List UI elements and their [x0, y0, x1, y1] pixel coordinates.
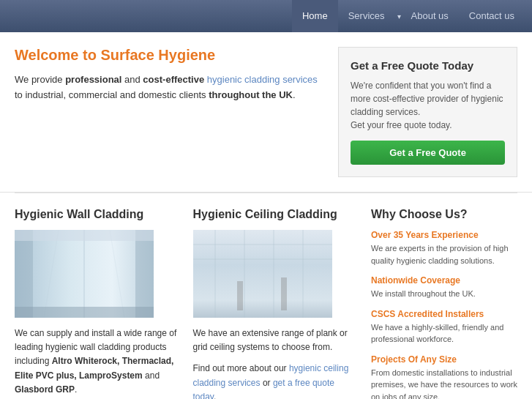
- wall-cladding-title: Hygienic Wall Cladding: [15, 208, 179, 221]
- hero-title: Welcome to Surface Hygiene: [15, 47, 323, 64]
- hero-bold-throughout: throughout the UK: [209, 89, 293, 100]
- hero-link-services[interactable]: hygienic cladding services: [207, 74, 318, 85]
- wall-cladding-section: Hygienic Wall Cladding: [15, 208, 179, 399]
- why-item-cscs: CSCS Accredited Installers We have a hig…: [371, 309, 517, 346]
- wall-brands: Altro Whiterock, Thermaclad, Elite PVC p…: [15, 356, 173, 380]
- why-text-1: We install throughout the UK.: [371, 288, 517, 300]
- svg-rect-5: [135, 230, 154, 318]
- hero-bold-professional: professional: [65, 74, 121, 85]
- ceiling-body1: We have an extensive range of plank or g…: [193, 327, 357, 354]
- svg-rect-8: [193, 230, 332, 318]
- wall-cladding-body1: We can supply and install a wide range o…: [15, 327, 179, 397]
- ceiling-cladding-image: [193, 230, 332, 318]
- navigation: Home Services ▾ About us Contact us: [0, 0, 532, 32]
- hero-left: Welcome to Surface Hygiene We provide pr…: [15, 47, 323, 177]
- ceiling-links: Find out more about our hygienic ceiling…: [193, 362, 357, 399]
- nav-contact[interactable]: Contact us: [459, 0, 525, 32]
- hero-description: We provide professional and cost-effecti…: [15, 72, 323, 103]
- svg-rect-6: [15, 230, 154, 241]
- why-heading-2: CSCS Accredited Installers: [371, 309, 517, 319]
- why-item-experience: Over 35 Years Experience We are experts …: [371, 230, 517, 266]
- quote-box-title: Get a Free Quote Today: [351, 59, 505, 72]
- why-text-0: We are experts in the provision of high …: [371, 242, 517, 266]
- hero-bold-costeffective: cost-effective: [143, 74, 204, 85]
- quote-box-body: We're confident that you won't find a mo…: [351, 79, 505, 132]
- why-item-projects: Projects Of Any Size From domestic insta…: [371, 354, 517, 400]
- svg-rect-16: [281, 277, 287, 310]
- ceiling-cladding-title: Hygienic Ceiling Cladding: [193, 208, 357, 221]
- wall-brand-last: Glasbord GRP: [15, 384, 75, 395]
- nav-services[interactable]: Services: [338, 0, 395, 32]
- why-heading-3: Projects Of Any Size: [371, 354, 517, 365]
- why-heading-1: Nationwide Coverage: [371, 275, 517, 286]
- nav-home[interactable]: Home: [292, 0, 338, 32]
- hero-section: Welcome to Surface Hygiene We provide pr…: [0, 32, 532, 193]
- svg-rect-7: [15, 307, 154, 318]
- quote-button[interactable]: Get a Free Quote: [351, 141, 505, 165]
- why-choose-title: Why Choose Us?: [371, 208, 517, 221]
- why-choose-section: Why Choose Us? Over 35 Years Experience …: [371, 208, 517, 399]
- ceiling-cladding-section: Hygienic Ceiling Cladding: [193, 208, 357, 399]
- why-text-2: We have a highly-skilled, friendly and p…: [371, 321, 517, 346]
- svg-rect-4: [15, 230, 33, 318]
- wall-cladding-image: [15, 230, 154, 318]
- nav-about[interactable]: About us: [401, 0, 459, 32]
- quote-box: Get a Free Quote Today We're confident t…: [338, 47, 517, 177]
- svg-rect-15: [237, 281, 243, 310]
- why-item-nationwide: Nationwide Coverage We install throughou…: [371, 275, 517, 300]
- why-heading-0: Over 35 Years Experience: [371, 230, 517, 240]
- why-text-3: From domestic installations to industria…: [371, 367, 517, 400]
- main-content: Hygienic Wall Cladding: [0, 193, 532, 399]
